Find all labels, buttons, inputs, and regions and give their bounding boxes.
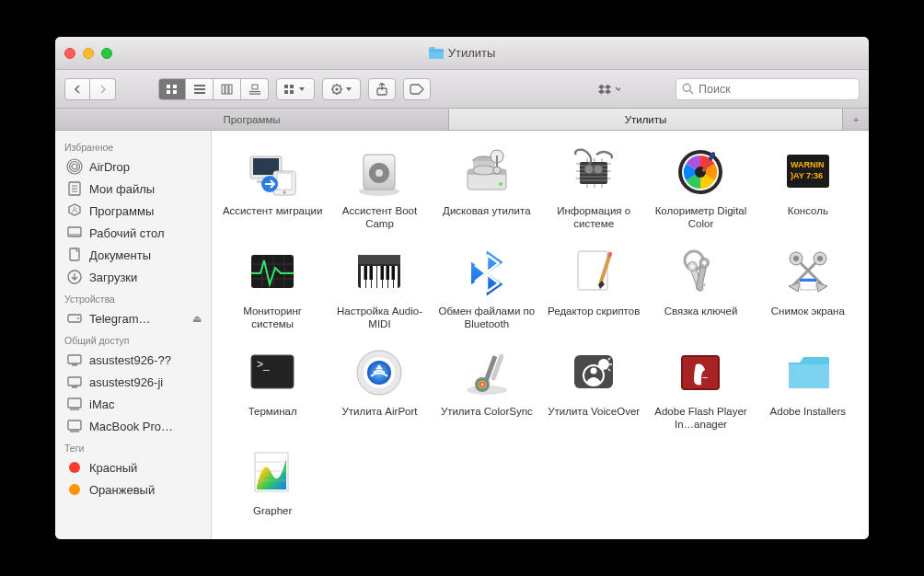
file-item-airport[interactable]: Утилита AirPort — [328, 344, 431, 437]
file-item-colormeter[interactable]: Колориметр Digital Color — [649, 144, 752, 236]
svg-point-74 — [493, 167, 501, 174]
tag-dot — [66, 459, 83, 476]
file-label: Дисковая утилита — [443, 204, 530, 230]
audiomidi-icon — [351, 244, 408, 301]
search-field[interactable] — [676, 78, 860, 100]
sidebar-item[interactable]: AirDrop — [55, 156, 211, 178]
file-item-scripted[interactable]: Редактор скриптов — [542, 244, 645, 337]
file-item-keychain[interactable]: Связка ключей — [649, 244, 752, 337]
file-label: Ассистент миграции — [223, 204, 322, 230]
sidebar-item[interactable]: Telegram…⏏ — [55, 307, 211, 329]
file-item-migration[interactable]: Ассистент миграции — [221, 144, 324, 236]
svg-point-33 — [72, 164, 77, 169]
eject-icon[interactable]: ⏏ — [192, 313, 202, 325]
file-item-adobeinst[interactable]: Adobe Installers — [757, 344, 860, 437]
svg-point-21 — [335, 87, 338, 90]
file-label: Снимок экрана — [771, 305, 845, 330]
svg-line-26 — [333, 85, 334, 86]
bluetooth-icon — [458, 244, 515, 301]
close-window-button[interactable] — [64, 48, 75, 59]
svg-rect-14 — [249, 91, 260, 92]
file-item-voiceover[interactable]: Утилита VoiceOver — [542, 344, 645, 437]
sidebar-item[interactable]: Загрузки — [55, 266, 211, 288]
action-button[interactable] — [322, 78, 361, 100]
svg-rect-3 — [167, 85, 170, 88]
back-button[interactable] — [64, 78, 90, 100]
svg-rect-111 — [358, 255, 400, 264]
svg-rect-122 — [387, 266, 390, 280]
airport-icon — [351, 344, 408, 401]
sidebar-item[interactable]: Документы — [55, 244, 211, 266]
nav-buttons — [64, 78, 116, 100]
file-item-bootcamp[interactable]: Ассистент Boot Camp — [328, 144, 431, 236]
tab-bar: Программы Утилиты + — [55, 109, 869, 131]
file-item-bluetooth[interactable]: Обмен файлами по Bluetooth — [435, 244, 538, 337]
minimize-window-button[interactable] — [83, 48, 94, 59]
share-button[interactable] — [368, 78, 396, 100]
file-item-audiomidi[interactable]: Настройка Audio-MIDI — [328, 244, 431, 337]
svg-line-28 — [333, 91, 334, 92]
search-icon — [682, 83, 694, 95]
svg-line-32 — [689, 90, 693, 94]
desktop-icon — [66, 225, 83, 241]
file-item-activity[interactable]: Мониторинг системы — [221, 244, 324, 337]
file-label: Grapher — [253, 504, 292, 530]
window-title: Утилиты — [55, 46, 869, 60]
sidebar-item[interactable]: asustest926-ji — [55, 371, 211, 393]
tags-button[interactable] — [403, 78, 431, 100]
icon-view-button[interactable] — [158, 78, 186, 100]
tag-dot — [66, 481, 83, 498]
file-label: Редактор скриптов — [548, 305, 640, 330]
svg-rect-120 — [370, 266, 374, 280]
file-label: Колориметр Digital Color — [649, 204, 752, 231]
svg-rect-11 — [225, 85, 228, 94]
search-input[interactable] — [699, 83, 853, 96]
sidebar-item[interactable]: Мои файлы — [55, 178, 211, 200]
file-item-terminal[interactable]: >_Терминал — [221, 344, 324, 437]
forward-button[interactable] — [90, 78, 116, 100]
svg-rect-4 — [173, 85, 177, 88]
adobeinst-icon — [780, 344, 837, 401]
zoom-window-button[interactable] — [101, 48, 112, 59]
svg-rect-47 — [68, 355, 81, 363]
tab-utilities[interactable]: Утилиты — [449, 109, 843, 130]
colorsync-icon — [458, 344, 515, 401]
sidebar-item[interactable]: Оранжевый — [55, 478, 211, 501]
dropbox-button[interactable] — [598, 83, 620, 96]
sidebar-item[interactable]: iMac — [55, 393, 211, 415]
view-switcher — [158, 78, 269, 100]
new-tab-button[interactable]: + — [843, 109, 869, 130]
sidebar-item[interactable]: AПрограммы — [55, 200, 211, 222]
icon-grid: Ассистент миграцииАссистент Boot CampДис… — [221, 144, 860, 536]
file-label: Обмен файлами по Bluetooth — [435, 305, 538, 331]
column-view-button[interactable] — [214, 78, 241, 100]
sidebar-item-label: asustest926-ji — [89, 375, 202, 389]
disk-icon — [66, 310, 83, 327]
tab-programs[interactable]: Программы — [55, 109, 449, 130]
svg-point-60 — [283, 191, 286, 194]
arrange-button[interactable] — [276, 78, 315, 100]
sidebar-item[interactable]: Красный — [55, 456, 211, 478]
content-area[interactable]: Ассистент миграцииАссистент Boot CampДис… — [212, 131, 869, 539]
list-view-button[interactable] — [186, 78, 214, 100]
file-item-console[interactable]: WARNIN)AY 7:36Консоль — [757, 144, 860, 236]
window-body: ИзбранноеAirDropМои файлыAПрограммыРабоч… — [55, 131, 869, 539]
coverflow-view-button[interactable] — [241, 78, 269, 100]
svg-point-68 — [499, 182, 502, 186]
sidebar-item-label: asustest926-?? — [89, 353, 202, 367]
sidebar-item[interactable]: asustest926-?? — [55, 349, 211, 371]
sidebar-item[interactable]: MacBook Pro… — [55, 415, 211, 437]
file-item-screenshot[interactable]: Снимок экрана — [757, 244, 860, 337]
sidebar-item-label: Рабочий стол — [89, 226, 202, 240]
file-item-flash[interactable]: Adobe Flash Player In…anager — [649, 344, 752, 437]
file-item-colorsync[interactable]: Утилита ColorSync — [435, 344, 538, 437]
file-label: Настройка Audio-MIDI — [328, 305, 431, 331]
file-item-sysinfo[interactable]: Информация о системе — [542, 144, 645, 236]
apps-icon: A — [66, 202, 83, 219]
file-item-grapher[interactable]: Grapher — [221, 444, 324, 536]
file-item-diskutil[interactable]: Дисковая утилита — [435, 144, 538, 236]
svg-rect-121 — [381, 266, 385, 280]
file-label: Adobe Flash Player In…anager — [649, 405, 752, 432]
svg-rect-119 — [364, 266, 368, 280]
sidebar-item[interactable]: Рабочий стол — [55, 222, 211, 244]
